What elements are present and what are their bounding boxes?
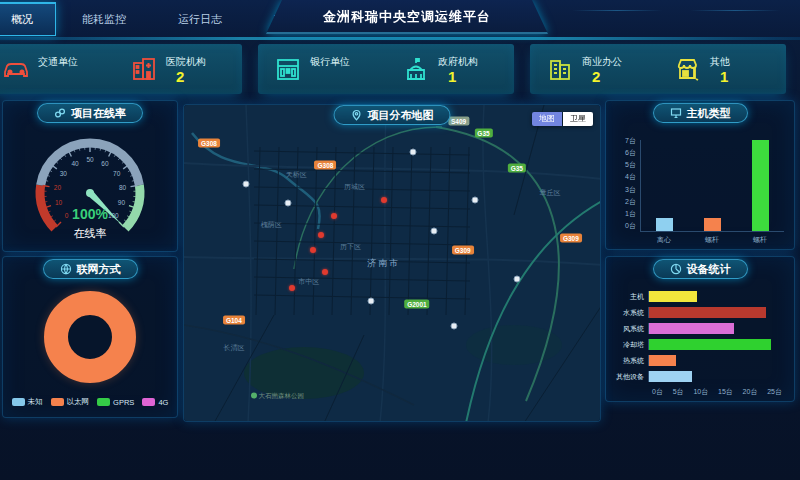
road-badge: G308 xyxy=(314,161,336,170)
stat-value: 1 xyxy=(438,69,478,84)
panel-project-online-rate: 项目在线率 0102030405060708090100100%在线率 xyxy=(2,100,178,252)
road-badge: G309 xyxy=(560,233,582,242)
x-tick: 螺杆 xyxy=(705,235,719,245)
car-icon xyxy=(2,55,30,83)
legend-item[interactable]: 以太网 xyxy=(51,397,90,407)
stat-other: 其他 1 xyxy=(674,55,770,84)
bar-风系统 xyxy=(649,323,734,334)
x-axis-labels: 0台5台10台15台20台25台 xyxy=(652,387,782,397)
poi-marker[interactable] xyxy=(409,149,416,156)
decorative-line xyxy=(572,10,663,11)
office-building-icon xyxy=(546,55,574,83)
stat-label: 交通单位 xyxy=(38,55,78,69)
svg-text:90: 90 xyxy=(118,199,126,206)
legend-swatch xyxy=(142,398,155,406)
network-donut-chart xyxy=(44,291,136,383)
device-row: 热系统 xyxy=(614,355,782,366)
bar-热系统 xyxy=(649,355,676,366)
poi-marker[interactable] xyxy=(243,181,250,188)
panel-header: 项目分布地图 xyxy=(334,105,451,125)
panel-title: 设备统计 xyxy=(687,262,731,277)
bar-track xyxy=(648,323,782,334)
map-mode-button[interactable]: 地图 xyxy=(532,112,562,126)
poi-marker[interactable] xyxy=(513,275,520,282)
poi-marker[interactable] xyxy=(472,196,479,203)
project-marker[interactable] xyxy=(318,232,324,238)
device-row: 主机 xyxy=(614,291,782,302)
road-badge: S409 xyxy=(448,116,469,125)
device-label: 冷却塔 xyxy=(614,340,648,350)
district-label: 市中区 xyxy=(298,277,319,287)
stat-hospital: 医院机构 2 xyxy=(130,55,226,84)
poi-marker[interactable] xyxy=(430,228,437,235)
legend-item[interactable]: GPRS xyxy=(97,398,134,407)
y-tick: 1台 xyxy=(614,210,636,217)
network-legend: 未知以太网GPRS4G xyxy=(12,397,169,407)
y-tick: 0台 xyxy=(614,222,636,229)
tab-run-logs[interactable]: 运行日志 xyxy=(164,3,236,36)
card-transport-hospital[interactable]: 交通单位 医院机构 2 xyxy=(0,44,242,94)
road-badge: G309 xyxy=(452,246,474,255)
y-tick: 4台 xyxy=(614,173,636,180)
stat-label: 商业办公 xyxy=(582,55,622,69)
stat-value: 2 xyxy=(582,69,622,84)
road-badge: G104 xyxy=(223,315,245,324)
stat-label: 银行单位 xyxy=(310,55,350,69)
y-tick: 5台 xyxy=(614,161,636,168)
y-tick: 6台 xyxy=(614,149,636,156)
stat-value: 2 xyxy=(166,69,206,84)
poi-marker[interactable] xyxy=(368,297,375,304)
card-office-other[interactable]: 商业办公 2 其他 1 xyxy=(530,44,786,94)
panel-header: 项目在线率 xyxy=(37,103,143,123)
project-marker[interactable] xyxy=(310,247,316,253)
stat-bank: 银行单位 xyxy=(274,55,370,84)
svg-text:70: 70 xyxy=(113,170,121,177)
district-label: 槐荫区 xyxy=(261,220,282,230)
bar-冷却塔 xyxy=(649,339,771,350)
svg-text:40: 40 xyxy=(71,160,79,167)
x-tick: 0台 xyxy=(652,387,663,397)
bar-track xyxy=(648,355,782,366)
bar-水系统 xyxy=(649,307,766,318)
legend-item[interactable]: 4G xyxy=(142,398,168,407)
card-bank-government[interactable]: 银行单位 政府机构 1 xyxy=(258,44,514,94)
poi-marker[interactable] xyxy=(451,323,458,330)
project-marker[interactable] xyxy=(289,285,295,291)
hospital-icon xyxy=(130,55,158,83)
panel-project-map: 天桥区历城区槐荫区历下区市中区长清区章丘区济南市G308G308S409G35G… xyxy=(183,104,601,422)
map-pin-icon xyxy=(351,109,363,121)
tab-overview[interactable]: 概况 xyxy=(0,2,56,36)
bar-螺杆 xyxy=(752,140,769,231)
svg-text:100%: 100% xyxy=(72,206,108,222)
x-tick: 10台 xyxy=(693,387,708,397)
project-marker[interactable] xyxy=(381,197,387,203)
x-tick: 15台 xyxy=(718,387,733,397)
map-canvas[interactable]: 天桥区历城区槐荫区历下区市中区长清区章丘区济南市G308G308S409G35G… xyxy=(184,105,600,421)
stat-label: 其他 xyxy=(710,55,730,69)
road-badge: G35 xyxy=(508,164,526,173)
bar-track xyxy=(648,291,782,302)
panel-title: 项目分布地图 xyxy=(368,108,434,123)
project-marker[interactable] xyxy=(322,269,328,275)
satellite-mode-button[interactable]: 卫星 xyxy=(563,112,593,126)
svg-text:在线率: 在线率 xyxy=(74,227,107,239)
legend-item[interactable]: 未知 xyxy=(12,397,43,407)
x-tick: 25台 xyxy=(767,387,782,397)
x-tick: 离心 xyxy=(657,235,671,245)
shop-icon xyxy=(674,55,702,83)
park-dot-icon xyxy=(251,393,257,399)
tab-energy-monitor[interactable]: 能耗监控 xyxy=(68,3,140,36)
city-label: 济南市 xyxy=(367,257,400,270)
y-tick: 2台 xyxy=(614,198,636,205)
bar-主机 xyxy=(649,291,697,302)
legend-label: 4G xyxy=(158,398,168,407)
svg-text:20: 20 xyxy=(54,184,62,191)
legend-swatch xyxy=(51,398,64,406)
poi-marker[interactable] xyxy=(285,199,292,206)
bar-螺杆 xyxy=(704,218,721,231)
stat-label: 政府机构 xyxy=(438,55,478,69)
x-axis-labels: 离心螺杆螺杆 xyxy=(640,235,784,245)
device-stats-bar-chart: 主机水系统风系统冷却塔热系统其他设备0台5台10台15台20台25台 xyxy=(614,291,782,397)
project-marker[interactable] xyxy=(331,213,337,219)
map-markers-layer: 天桥区历城区槐荫区历下区市中区长清区章丘区济南市G308G308S409G35G… xyxy=(184,105,600,421)
